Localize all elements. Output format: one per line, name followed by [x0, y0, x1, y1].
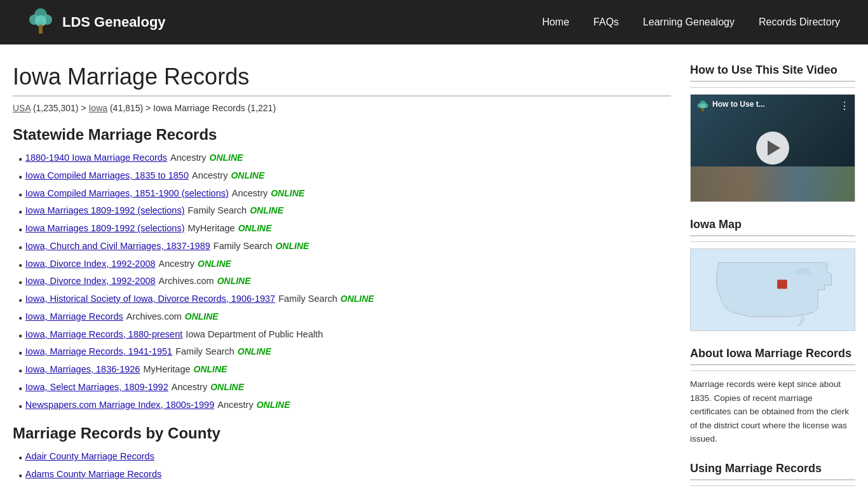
record-source: Ancestry — [172, 381, 207, 395]
record-item: 1880-1940 Iowa Marriage Records Ancestry… — [19, 151, 671, 165]
record-link[interactable]: Iowa Compiled Marriages, 1835 to 1850 — [25, 169, 189, 183]
record-source: Ancestry — [232, 187, 268, 201]
record-link[interactable]: Iowa Marriages 1809-1992 (selections) — [25, 204, 185, 218]
breadcrumb-usa[interactable]: USA — [13, 103, 31, 113]
record-link[interactable]: 1880-1940 Iowa Marriage Records — [25, 151, 167, 165]
online-badge: ONLINE — [238, 345, 271, 358]
record-item: Iowa, Marriage Records, 1880-present Iow… — [19, 328, 671, 342]
nav-records[interactable]: Records Directory — [756, 11, 843, 33]
record-item: Iowa Compiled Marriages, 1851-1900 (sele… — [19, 187, 671, 201]
record-source: Archives.com — [126, 310, 182, 324]
using-section-title: Using Marriage Records — [690, 462, 855, 480]
map-section: Iowa Map — [690, 218, 855, 331]
breadcrumb-iowa[interactable]: Iowa — [88, 103, 107, 113]
online-badge: ONLINE — [185, 310, 219, 323]
record-link[interactable]: Iowa, Historical Society of Iowa, Divorc… — [25, 292, 275, 306]
svg-point-13 — [794, 271, 801, 274]
online-badge: ONLINE — [250, 204, 283, 217]
video-play-button[interactable] — [756, 132, 789, 165]
site-header: LDS Genealogy Home FAQs Learning Genealo… — [0, 0, 868, 44]
breadcrumb-usa-count: (1,235,301) — [33, 103, 79, 113]
record-source: Family Search — [175, 345, 234, 359]
about-divider — [690, 370, 855, 371]
breadcrumb-current: Iowa Marriage Records (1,221) — [153, 103, 276, 113]
online-badge: ONLINE — [198, 257, 231, 271]
record-source: Family Search — [214, 240, 273, 254]
video-divider — [690, 87, 855, 88]
logo-text: LDS Genealogy — [62, 14, 166, 30]
record-source: Ancestry — [192, 169, 227, 183]
record-item: Newspapers.com Marriage Index, 1800s-199… — [19, 398, 671, 412]
logo-area: LDS Genealogy — [25, 7, 539, 37]
page-title: Iowa Marriage Records — [13, 64, 671, 97]
county-record-link[interactable]: Adams County Marriage Records — [25, 468, 161, 482]
record-item: Iowa, Divorce Index, 1992-2008 Ancestry … — [19, 257, 671, 271]
svg-rect-9 — [702, 108, 704, 112]
statewide-section-title: Statewide Marriage Records — [13, 126, 671, 144]
online-badge: ONLINE — [341, 292, 374, 306]
record-link[interactable]: Iowa, Marriage Records, 1941-1951 — [25, 345, 172, 359]
record-link[interactable]: Iowa, Marriage Records — [25, 310, 123, 324]
record-link[interactable]: Iowa, Select Marriages, 1809-1992 — [25, 381, 168, 395]
record-link[interactable]: Iowa, Marriage Records, 1880-present — [25, 328, 182, 342]
online-badge: ONLINE — [210, 151, 243, 165]
online-badge: ONLINE — [275, 240, 309, 253]
online-badge: ONLINE — [194, 363, 227, 376]
record-link[interactable]: Iowa, Divorce Index, 1992-2008 — [25, 274, 156, 288]
record-item: Iowa, Select Marriages, 1809-1992 Ancest… — [19, 381, 671, 395]
statewide-records-list: 1880-1940 Iowa Marriage Records Ancestry… — [13, 151, 671, 412]
using-section: Using Marriage Records — [690, 462, 855, 486]
county-record-link[interactable]: Allamakee County Marriage Records — [25, 485, 176, 488]
online-badge: ONLINE — [257, 398, 290, 412]
svg-rect-11 — [777, 280, 787, 288]
record-item: Iowa Marriages 1809-1992 (selections) My… — [19, 222, 671, 236]
video-logo-small — [696, 100, 710, 116]
video-thumbnail[interactable]: How to Use t... ⋮ — [690, 94, 855, 202]
record-item: Iowa, Church and Civil Marriages, 1837-1… — [19, 240, 671, 254]
record-link[interactable]: Iowa Marriages 1809-1992 (selections) — [25, 222, 185, 236]
county-record-link[interactable]: Adair County Marriage Records — [25, 450, 154, 464]
record-source: Family Search — [188, 204, 247, 218]
us-map-svg — [691, 249, 855, 330]
about-text: Marriage records were kept since about 1… — [690, 377, 855, 446]
online-badge: ONLINE — [217, 274, 251, 288]
main-nav: Home FAQs Learning Genealogy Records Dir… — [539, 11, 843, 33]
using-divider — [690, 485, 855, 486]
online-badge: ONLINE — [210, 381, 244, 394]
record-source: Iowa Department of Public Health — [186, 328, 323, 342]
record-source: Ancestry — [170, 151, 206, 165]
record-item: Iowa, Divorce Index, 1992-2008 Archives.… — [19, 274, 671, 288]
nav-learning[interactable]: Learning Genealogy — [641, 11, 737, 33]
about-section-title: About Iowa Marriage Records — [690, 347, 855, 365]
sidebar: How to Use This Site Video H — [690, 64, 855, 488]
county-section-title: Marriage Records by County — [13, 424, 671, 442]
breadcrumb-iowa-count: (41,815) — [110, 103, 143, 113]
record-link[interactable]: Iowa, Marriages, 1836-1926 — [25, 363, 140, 377]
record-item: Iowa Marriages 1809-1992 (selections) Fa… — [19, 204, 671, 218]
map-section-title: Iowa Map — [690, 218, 855, 236]
video-dots-icon[interactable]: ⋮ — [839, 100, 850, 112]
about-section: About Iowa Marriage Records Marriage rec… — [690, 347, 855, 446]
record-link[interactable]: Newspapers.com Marriage Index, 1800s-199… — [25, 398, 214, 412]
record-source: MyHeritage — [143, 363, 190, 377]
nav-faqs[interactable]: FAQs — [591, 11, 621, 33]
iowa-map[interactable] — [690, 248, 855, 331]
record-link[interactable]: Iowa, Divorce Index, 1992-2008 — [25, 257, 156, 271]
breadcrumb: USA (1,235,301) > Iowa (41,815) > Iowa M… — [13, 103, 671, 113]
online-badge: ONLINE — [238, 222, 272, 235]
county-record-item: Allamakee County Marriage Records — [19, 485, 671, 488]
main-content: Iowa Marriage Records USA (1,235,301) > … — [13, 64, 671, 488]
record-link[interactable]: Iowa Compiled Marriages, 1851-1900 (sele… — [25, 187, 229, 201]
record-link[interactable]: Iowa, Church and Civil Marriages, 1837-1… — [25, 240, 210, 254]
video-people-strip — [691, 166, 855, 201]
video-section: How to Use This Site Video H — [690, 64, 855, 202]
record-item: Iowa, Marriage Records, 1941-1951 Family… — [19, 345, 671, 359]
video-section-title: How to Use This Site Video — [690, 64, 855, 82]
record-source: Archives.com — [159, 274, 214, 288]
svg-point-14 — [806, 273, 812, 275]
record-item: Iowa Compiled Marriages, 1835 to 1850 An… — [19, 169, 671, 183]
nav-home[interactable]: Home — [539, 11, 572, 33]
record-source: Ancestry — [217, 398, 253, 412]
video-overlay-text: How to Use t... — [712, 100, 765, 109]
svg-rect-4 — [39, 25, 43, 34]
